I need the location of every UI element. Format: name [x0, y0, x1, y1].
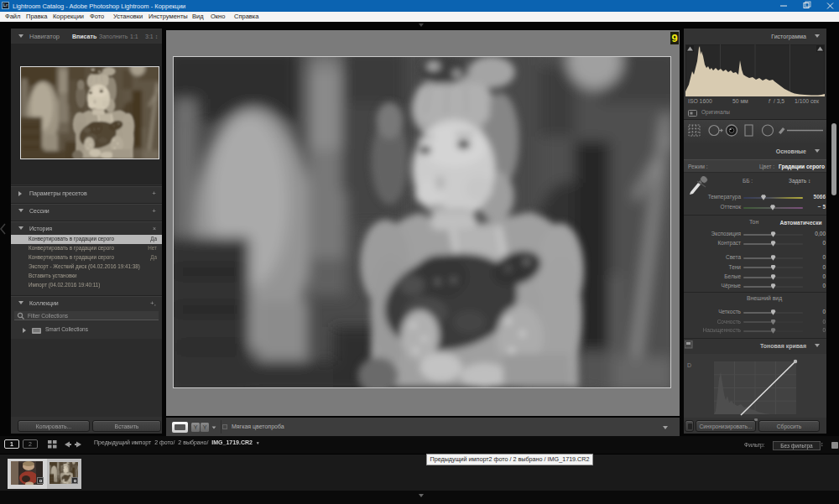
svg-text:D: D	[687, 362, 691, 368]
